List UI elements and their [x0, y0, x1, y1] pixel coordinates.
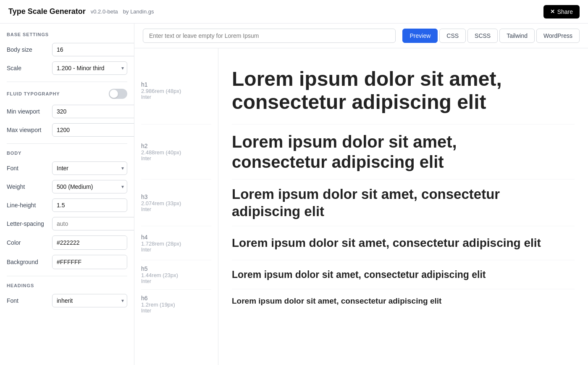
scale-select[interactable]: 1.200 - Minor third 1.067 - Minor second… [52, 61, 127, 75]
max-viewport-input-wrap: px [52, 123, 134, 137]
h6-text: Lorem ipsum dolor sit amet, consectetur … [232, 296, 575, 307]
tab-css[interactable]: CSS [439, 29, 466, 43]
background-row: Background [7, 255, 127, 269]
divider-2 [7, 143, 127, 144]
sidebar: BASE SETTINGS Body size px Scale 1.200 -… [0, 24, 134, 365]
letter-spacing-label: Letter-spacing [7, 220, 49, 227]
fluid-typography-toggle[interactable] [109, 89, 127, 99]
scale-font-h1: Inter [141, 94, 211, 100]
headings-font-label: Font [7, 297, 49, 304]
preview-area: h1 2.986rem (48px) Inter h2 2.488rem (40… [134, 48, 588, 365]
min-viewport-input-wrap: px [52, 105, 134, 118]
line-height-input[interactable] [52, 198, 127, 212]
max-viewport-input[interactable] [52, 123, 134, 137]
share-button[interactable]: ✕ Share [543, 5, 580, 19]
scale-labels: h1 2.986rem (48px) Inter h2 2.488rem (40… [134, 48, 218, 365]
content-area: Preview CSS SCSS Tailwind WordPress h1 2… [134, 24, 588, 365]
app-header: Type Scale Generator v0.2.0-beta by Land… [0, 0, 588, 24]
h4-text: Lorem ipsum dolor sit amet, consectetur … [232, 235, 575, 251]
background-label: Background [7, 259, 49, 265]
body-size-row: Body size px [7, 43, 127, 56]
app-title: Type Scale Generator [8, 7, 86, 16]
label-h6: h6 1.2rem (19px) Inter [141, 290, 211, 319]
scale-tag-h1: h1 [141, 81, 211, 88]
typography-preview: Lorem ipsum dolor sit amet,consectetur a… [218, 48, 588, 365]
tab-scss[interactable]: SCSS [467, 29, 498, 43]
color-row: Color [7, 235, 127, 250]
label-h3: h3 2.074rem (33px) Inter [141, 180, 211, 226]
h1-text: Lorem ipsum dolor sit amet,consectetur a… [232, 67, 575, 114]
scale-tag-h5: h5 [141, 265, 211, 272]
background-text-input[interactable] [52, 256, 127, 268]
h5-text: Lorem ipsum dolor sit amet, consectetur … [232, 268, 575, 281]
letter-spacing-row: Letter-spacing px [7, 217, 127, 230]
max-viewport-label: Max viewport [7, 127, 49, 133]
body-size-input-wrap: px [52, 43, 134, 56]
color-input-wrap [52, 235, 127, 250]
scale-font-h2: Inter [141, 156, 211, 161]
label-h2: h2 2.488rem (40px) Inter [141, 124, 211, 179]
scale-font-h6: Inter [141, 308, 211, 314]
background-input-wrap [52, 255, 127, 269]
scale-tag-h3: h3 [141, 193, 211, 200]
weight-select[interactable]: 500 (Medium) 400 (Regular) 700 (Bold) [52, 180, 127, 193]
body-size-label: Body size [7, 46, 49, 53]
scale-tag-h4: h4 [141, 234, 211, 241]
share-label: Share [557, 8, 573, 15]
letter-spacing-input-wrap: px [52, 217, 134, 230]
line-height-label: Line-height [7, 202, 49, 209]
preview-h4: Lorem ipsum dolor sit amet, consectetur … [232, 226, 575, 260]
body-section-title: BODY [7, 151, 127, 156]
scale-size-h1: 2.986rem (48px) [141, 88, 211, 94]
min-viewport-row: Min viewport px [7, 105, 127, 118]
weight-label: Weight [7, 183, 49, 190]
base-settings-title: BASE SETTINGS [7, 32, 127, 37]
scale-size-h4: 1.728rem (28px) [141, 241, 211, 247]
scale-size-h5: 1.44rem (23px) [141, 272, 211, 278]
preview-h3: Lorem ipsum dolor sit amet, consectetura… [232, 180, 575, 226]
scale-font-h5: Inter [141, 278, 211, 284]
fluid-typography-row: FLUID TYPOGRAPHY [7, 89, 127, 99]
scale-size-h2: 2.488rem (40px) [141, 149, 211, 156]
headings-font-select-wrap: inherit Inter Roboto ▾ [52, 294, 127, 307]
scale-tag-h6: h6 [141, 295, 211, 302]
scale-tag-h2: h2 [141, 143, 211, 149]
h3-text: Lorem ipsum dolor sit amet, consectetura… [232, 185, 575, 220]
weight-select-wrap: 500 (Medium) 400 (Regular) 700 (Bold) ▾ [52, 180, 127, 193]
preview-text-input[interactable] [143, 29, 396, 43]
min-viewport-label: Min viewport [7, 108, 49, 115]
weight-row: Weight 500 (Medium) 400 (Regular) 700 (B… [7, 180, 127, 193]
scale-size-h3: 2.074rem (33px) [141, 200, 211, 206]
headings-font-select[interactable]: inherit Inter Roboto [52, 294, 127, 307]
app-version: v0.2.0-beta [91, 8, 118, 15]
scale-font-h4: Inter [141, 247, 211, 253]
min-viewport-input[interactable] [52, 105, 134, 118]
tab-tailwind[interactable]: Tailwind [499, 29, 535, 43]
preview-h2: Lorem ipsum dolor sit amet,consectetur a… [232, 124, 575, 179]
app-by: by Landin.gs [123, 8, 154, 15]
preview-h1: Lorem ipsum dolor sit amet,consectetur a… [232, 57, 575, 124]
divider-3 [7, 276, 127, 276]
main-layout: BASE SETTINGS Body size px Scale 1.200 -… [0, 24, 588, 365]
scale-font-h3: Inter [141, 206, 211, 212]
scale-select-wrap: 1.200 - Minor third 1.067 - Minor second… [52, 61, 127, 75]
tab-wordpress[interactable]: WordPress [536, 29, 580, 43]
x-icon: ✕ [550, 8, 555, 15]
fluid-typography-title: FLUID TYPOGRAPHY [7, 91, 60, 96]
color-label: Color [7, 239, 49, 246]
label-h4: h4 1.728rem (28px) Inter [141, 226, 211, 260]
label-h1: h1 2.986rem (48px) Inter [141, 57, 211, 124]
letter-spacing-input[interactable] [52, 217, 134, 230]
headings-section-title: HEADINGS [7, 283, 127, 288]
tab-preview[interactable]: Preview [402, 29, 438, 43]
divider-1 [7, 82, 127, 82]
font-row: Font Inter Roboto Open Sans ▾ [7, 161, 127, 175]
color-text-input[interactable] [52, 236, 127, 249]
label-h5: h5 1.44rem (23px) Inter [141, 260, 211, 289]
body-size-input[interactable] [52, 43, 134, 56]
scale-row: Scale 1.200 - Minor third 1.067 - Minor … [7, 61, 127, 75]
font-label: Font [7, 165, 49, 172]
scale-size-h6: 1.2rem (19px) [141, 302, 211, 308]
font-select-wrap: Inter Roboto Open Sans ▾ [52, 161, 127, 175]
font-select[interactable]: Inter Roboto Open Sans [52, 161, 127, 175]
